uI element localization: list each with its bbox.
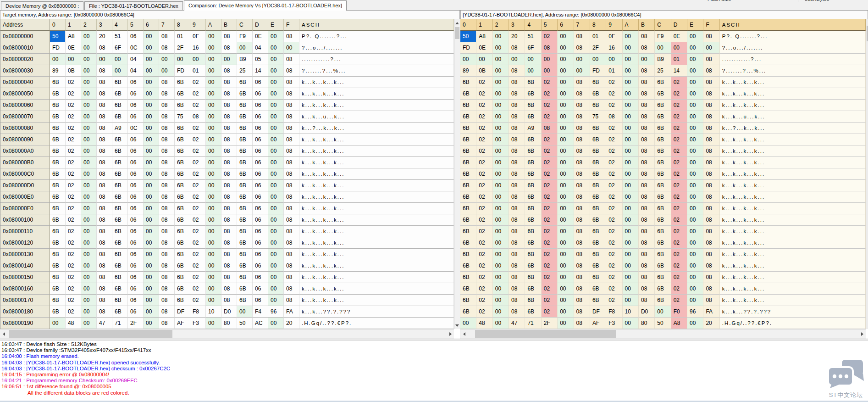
hex-cell[interactable]: 00 [268,54,284,65]
hex-cell[interactable]: 08 [97,134,112,145]
hex-cell[interactable]: 02 [671,283,687,295]
ascii-cell[interactable]: k...?...k...k... [299,123,454,134]
hex-cell[interactable]: 08 [639,249,655,260]
hex-cell[interactable]: 6B [460,249,476,260]
hex-cell[interactable]: 6B [525,260,541,272]
scroll-up-button[interactable] [454,19,460,27]
hex-cell[interactable]: FD [460,42,476,54]
hex-cell[interactable]: 00 [268,283,284,295]
hex-cell[interactable]: 0C [128,42,144,54]
hex-cell[interactable]: 00 [493,272,509,283]
hex-cell[interactable]: 00 [655,306,671,318]
hex-cell[interactable]: 08 [509,157,525,168]
hex-cell[interactable]: 08 [703,88,719,100]
hex-cell[interactable]: 06 [253,134,268,145]
hex-cell[interactable]: 08 [221,272,237,283]
hex-cell[interactable]: 6B [175,214,190,226]
hex-cell[interactable]: 08 [509,260,525,272]
hex-cell[interactable]: 6B [590,180,606,191]
hex-cell[interactable]: 02 [671,77,687,88]
hex-cell[interactable]: 00 [81,168,97,180]
hex-cell[interactable]: 6B [50,145,66,157]
hex-cell[interactable]: 6B [50,134,66,145]
hex-cell[interactable]: 02 [190,237,206,249]
hex-cell[interactable]: 08 [97,77,112,88]
hex-cell[interactable]: 00 [268,42,284,54]
hex-cell[interactable]: 00 [81,31,97,42]
hex-cell[interactable]: 00 [687,42,703,54]
hex-cell[interactable]: 6B [525,226,541,237]
hex-cell[interactable]: 06 [128,134,144,145]
right-horizontal-scrollbar[interactable] [460,329,866,339]
hex-cell[interactable]: 00 [493,260,509,272]
hex-cell[interactable]: 04 [253,42,268,54]
hex-cell[interactable]: 06 [253,249,268,260]
hex-cell[interactable]: 6B [460,134,476,145]
hex-cell[interactable]: 00 [206,272,221,283]
hex-cell[interactable]: 00 [493,65,509,77]
hex-cell[interactable]: 02 [190,283,206,295]
hex-cell[interactable]: 02 [476,295,492,306]
hex-cell[interactable]: 02 [542,88,558,100]
hex-cell[interactable]: 08 [159,260,175,272]
hex-cell[interactable]: 6B [112,295,128,306]
hex-cell[interactable]: 08 [97,145,112,157]
hex-cell[interactable]: 00 [81,306,97,318]
hex-cell[interactable]: 6B [655,249,671,260]
hex-cell[interactable]: 6B [655,203,671,214]
hex-cell[interactable]: 6B [655,214,671,226]
hex-cell[interactable]: 06 [128,283,144,295]
hex-cell[interactable]: 00 [476,54,492,65]
hex-cell[interactable]: 08 [574,295,590,306]
hex-cell[interactable]: 08 [509,283,525,295]
hex-cell[interactable]: 08 [574,145,590,157]
hex-cell[interactable]: 08 [703,65,719,77]
hex-cell[interactable]: 2F [590,42,606,54]
ascii-cell[interactable]: k...k...k...k... [299,180,454,191]
hex-cell[interactable]: 6B [525,203,541,214]
hex-cell[interactable]: 47 [509,318,525,329]
hex-cell[interactable]: 08 [574,180,590,191]
hex-cell[interactable]: 08 [509,168,525,180]
hex-cell[interactable]: 08 [639,180,655,191]
hex-cell[interactable]: 08 [159,88,175,100]
hex-cell[interactable]: 00 [687,157,703,168]
hex-cell[interactable]: 08 [284,145,299,157]
hex-cell[interactable]: 06 [253,145,268,157]
hex-cell[interactable]: 00 [206,111,221,123]
hex-cell[interactable]: 6B [112,111,128,123]
scroll-right-button[interactable] [858,329,866,339]
hex-cell[interactable]: 6B [175,100,190,111]
hex-cell[interactable]: 08 [509,111,525,123]
hex-cell[interactable]: 02 [542,145,558,157]
hex-cell[interactable]: 00 [687,134,703,145]
hex-cell[interactable]: F4 [253,306,268,318]
hex-cell[interactable]: 01 [590,31,606,42]
hex-cell[interactable]: 08 [97,226,112,237]
hex-cell[interactable]: 02 [671,203,687,214]
hex-cell[interactable]: 6B [525,157,541,168]
hex-cell[interactable]: 00 [687,111,703,123]
hex-cell[interactable]: 08 [159,295,175,306]
hex-cell[interactable]: 08 [703,134,719,145]
hex-cell[interactable]: 06 [128,272,144,283]
hex-cell[interactable]: 0E [66,42,81,54]
hex-cell[interactable]: 00 [206,100,221,111]
hex-cell[interactable]: 6B [237,123,253,134]
hex-cell[interactable]: 00 [112,54,128,65]
hex-cell[interactable]: 02 [606,123,622,134]
hex-cell[interactable]: 02 [606,134,622,145]
hex-cell[interactable]: 00 [460,318,476,329]
hex-cell[interactable]: 02 [542,157,558,168]
hex-cell[interactable]: 08 [284,237,299,249]
hex-cell[interactable]: 0C [128,123,144,134]
hex-cell[interactable]: 00 [284,42,299,54]
hex-cell[interactable]: 08 [703,226,719,237]
hex-cell[interactable]: 80 [221,318,237,329]
hex-cell[interactable]: 6B [655,123,671,134]
hex-cell[interactable]: 6B [655,145,671,157]
hex-cell[interactable]: 06 [128,249,144,260]
hex-cell[interactable]: 06 [128,31,144,42]
hex-cell[interactable]: 00 [493,306,509,318]
hex-cell[interactable]: 08 [159,318,175,329]
